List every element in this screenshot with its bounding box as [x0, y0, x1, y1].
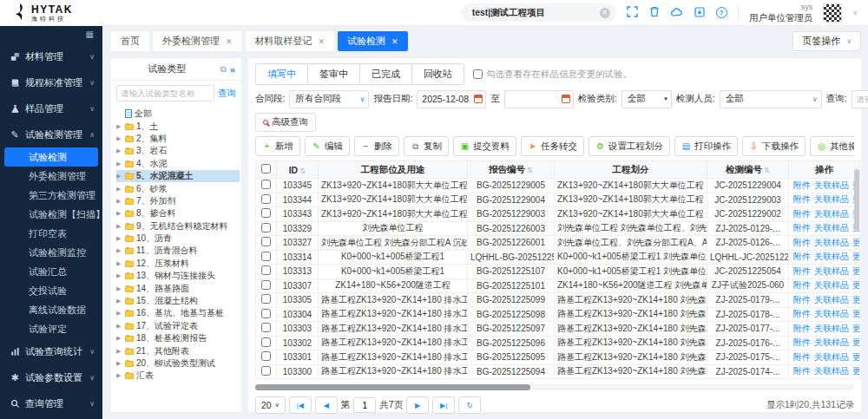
date-from-input[interactable]: 2025-12-08 [417, 90, 486, 108]
row-action-1[interactable]: 关联样品 [814, 180, 849, 190]
tree-item-4[interactable]: ▶5、水泥混凝土 [116, 170, 240, 182]
tree-item-20[interactable]: ▶汇表 [116, 370, 240, 382]
row-action-1[interactable]: 关联样品 [814, 366, 849, 376]
fullscreen-icon[interactable] [627, 6, 638, 19]
caret-right-icon[interactable]: ▶ [116, 360, 122, 367]
tree-item-9[interactable]: ▶10、沥青 [116, 232, 240, 245]
sort-icon[interactable]: ⇅ [299, 167, 306, 175]
caret-right-icon[interactable]: ▶ [116, 247, 122, 254]
tree-item-16[interactable]: ▶17、试验评定表 [116, 320, 240, 332]
row-action-2[interactable]: 更多 [852, 280, 860, 290]
toolbar-button-8[interactable]: ⇩下载操作 [742, 136, 806, 156]
column-header-3[interactable]: 工程划分 [555, 161, 707, 179]
sample-change-filter[interactable]: 勾选查看存在样品信息变更的试验。 [473, 69, 632, 81]
clear-project-icon[interactable]: ✕ [600, 8, 610, 18]
caret-right-icon[interactable]: ▶ [116, 210, 122, 217]
row-checkbox[interactable] [261, 237, 271, 246]
row-action-1[interactable]: 关联样品 [814, 352, 849, 362]
tree-item-17[interactable]: ▶18、桩基检测报告 [116, 332, 240, 344]
toolbar-button-6[interactable]: ⚙设置工程划分 [589, 136, 670, 156]
sidebar-subitem-2[interactable]: 第三方检测管理 [0, 186, 102, 205]
row-action-1[interactable]: 关联样品 [814, 223, 849, 232]
caret-right-icon[interactable]: ▶ [116, 272, 122, 279]
tree-root-item[interactable]: 全部 [116, 108, 240, 120]
check-type-select[interactable]: 全部 ▾ [621, 90, 672, 108]
search-input[interactable] [852, 90, 868, 108]
row-checkbox[interactable] [261, 337, 271, 347]
page-size-select[interactable]: 20 ∨ [255, 396, 286, 414]
row-action-1[interactable]: 关联样品 [814, 309, 849, 318]
row-action-0[interactable]: 附件 [793, 266, 811, 276]
caret-right-icon[interactable]: ▶ [116, 323, 122, 330]
sample-change-checkbox[interactable] [473, 69, 483, 79]
import-icon[interactable] [694, 7, 705, 19]
caret-right-icon[interactable]: ▶ [116, 285, 122, 292]
tree-item-5[interactable]: ▶6、砂浆 [116, 182, 240, 194]
toolbar-button-7[interactable]: ▤打印操作 [674, 136, 738, 156]
caret-right-icon[interactable]: ▶ [116, 235, 122, 242]
row-action-1[interactable]: 关联样品 [814, 194, 849, 204]
tree-item-10[interactable]: ▶11、沥青混合料 [116, 245, 240, 257]
advanced-search-button[interactable]: 高级查询 [255, 113, 316, 132]
row-action-0[interactable]: 附件 [793, 295, 811, 304]
caret-right-icon[interactable]: ▶ [116, 135, 122, 142]
caret-right-icon[interactable]: ▶ [116, 310, 122, 317]
tester-select[interactable]: 全部 ∨ [720, 90, 822, 108]
tree-item-18[interactable]: ▶21、其他附表 [116, 344, 240, 357]
next-page-button[interactable]: ▶ [406, 396, 429, 414]
sidebar-subitem-6[interactable]: 试验汇总 [0, 262, 102, 281]
toolbar-button-5[interactable]: ➤任务转交 [521, 136, 584, 156]
row-action-1[interactable]: 关联样品 [814, 295, 849, 304]
tree-item-1[interactable]: ▶2、集料 [116, 133, 240, 145]
row-action-2[interactable]: 更多 [852, 252, 860, 261]
scrollbar-thumb[interactable] [255, 384, 530, 390]
row-action-2[interactable]: 更多 [852, 324, 860, 333]
column-header-4[interactable]: 检测编号⇅ [707, 161, 789, 179]
row-action-2[interactable]: 更多 [852, 309, 860, 318]
tree-search-input[interactable] [116, 85, 214, 101]
row-action-0[interactable]: 附件 [793, 209, 811, 219]
row-action-0[interactable]: 附件 [793, 337, 811, 347]
sidebar-group-0[interactable]: 材料管理∨ [0, 43, 102, 69]
row-action-1[interactable]: 关联样品 [814, 280, 849, 290]
row-action-1[interactable]: 关联样品 [814, 209, 849, 219]
column-header-5[interactable]: 操作 [789, 161, 860, 179]
row-action-2[interactable]: 更多 [852, 238, 860, 247]
tree-item-12[interactable]: ▶13、钢材与连接接头 [116, 270, 240, 282]
row-action-2[interactable]: 更多 [852, 352, 860, 362]
tab-actions-button[interactable]: 页签操作 ∨ [792, 31, 861, 51]
tree-item-19[interactable]: ▶20、柳试验类型测试 [116, 357, 240, 370]
caret-right-icon[interactable]: ▶ [116, 223, 122, 230]
row-action-0[interactable]: 附件 [793, 194, 811, 204]
horizontal-scrollbar[interactable] [255, 384, 854, 390]
tree-item-14[interactable]: ▶15、混凝土结构 [116, 295, 240, 307]
sidebar-group-2[interactable]: 样品管理∨ [0, 95, 102, 121]
caret-right-icon[interactable]: ▶ [116, 298, 122, 304]
row-action-1[interactable]: 关联样品 [814, 337, 849, 347]
tree-item-8[interactable]: ▶9、无机结合料稳定材料 [116, 220, 240, 232]
row-action-0[interactable]: 附件 [793, 366, 811, 376]
help-icon[interactable]: ? [716, 7, 727, 18]
status-tab-1[interactable]: 签审中 [308, 64, 360, 84]
refresh-button[interactable]: ↻ [458, 396, 481, 414]
caret-right-icon[interactable]: ▶ [116, 198, 122, 205]
tree-item-11[interactable]: ▶12、压浆材料 [116, 258, 240, 270]
project-selector[interactable]: test|测试工程项目 ✕ [462, 3, 616, 22]
cloud-icon[interactable] [671, 7, 683, 19]
close-tab-icon[interactable]: ✕ [391, 37, 398, 46]
tab-0[interactable]: 首页 [111, 31, 149, 51]
row-action-0[interactable]: 附件 [793, 309, 811, 318]
toolbar-button-2[interactable]: −删除 [354, 136, 399, 156]
prev-page-button[interactable]: ◀ [315, 396, 338, 414]
column-header-0[interactable]: ID⇅ [277, 161, 319, 179]
tab-3[interactable]: 试验检测✕ [338, 31, 408, 51]
caret-right-icon[interactable]: ▶ [116, 123, 122, 130]
row-action-1[interactable]: 关联样品 [814, 238, 849, 247]
sidebar-group-1[interactable]: 规程标准管理∨ [0, 69, 102, 95]
page-number-input[interactable] [353, 397, 376, 413]
caret-right-icon[interactable]: ▶ [116, 173, 122, 180]
row-action-0[interactable]: 附件 [793, 180, 811, 190]
row-checkbox[interactable] [261, 323, 271, 332]
status-tab-0[interactable]: 填写中 [256, 64, 308, 84]
row-checkbox[interactable] [261, 280, 271, 290]
